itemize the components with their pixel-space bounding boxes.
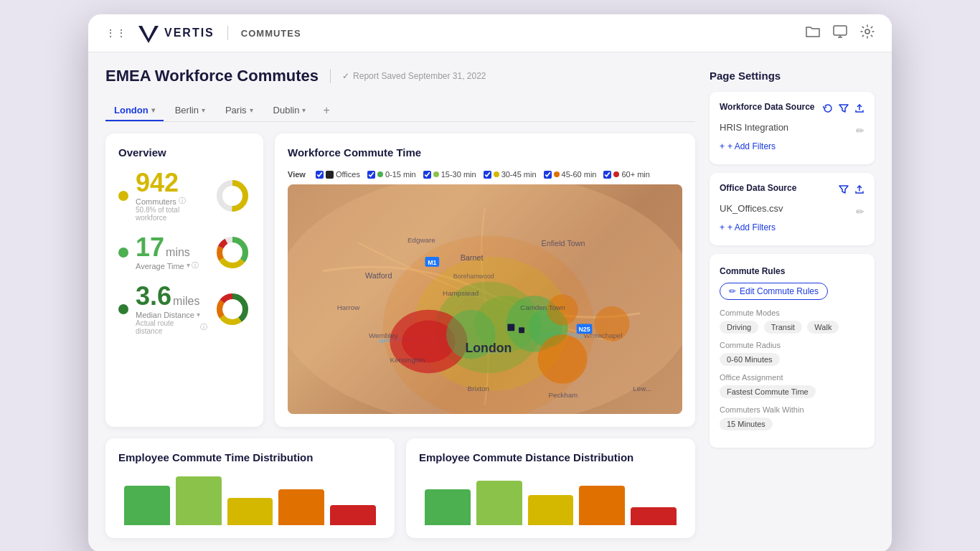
- svg-rect-46: [507, 324, 514, 331]
- offices-box-icon: [326, 171, 334, 179]
- legend-dot-60plus: [613, 171, 619, 177]
- tab-add-button[interactable]: +: [317, 100, 335, 121]
- legend-offices-checkbox[interactable]: [316, 171, 324, 179]
- metric-commuters-main: 942 Commuters ⓘ 50.8% of total workforce: [136, 170, 207, 222]
- office-source-row: UK_Offices.csv ✏: [720, 203, 864, 220]
- metric-dot-distance: [118, 304, 128, 314]
- distance-info-icon: ⓘ: [200, 322, 207, 332]
- filter-icon-office[interactable]: [839, 184, 849, 197]
- refresh-icon[interactable]: [823, 103, 833, 116]
- commuters-value: 942: [136, 170, 179, 196]
- radius-label: Commute Radius: [720, 341, 864, 349]
- metric-distance: 3.6 miles Median Distance ▾ Actual route…: [118, 283, 250, 335]
- svg-rect-47: [519, 327, 524, 333]
- map-svg: London Watford Barnet Enfield Town Harro…: [288, 184, 682, 414]
- workforce-source-label: Workforce Data Source: [720, 102, 815, 112]
- page-header: EMEA Workforce Commutes ✓ Report Saved S…: [105, 67, 695, 85]
- map-card: Workforce Commute Time View Offices 0-1: [275, 133, 695, 427]
- workforce-source-header: Workforce Data Source: [720, 102, 864, 116]
- legend-15-30: 15-30 min: [423, 170, 476, 179]
- svg-text:Brixton: Brixton: [467, 385, 489, 392]
- distance-distribution-card: Employee Commute Distance Distribution: [406, 438, 695, 538]
- legend-45-60-label: 45-60 min: [562, 170, 597, 179]
- saved-text: Report Saved September 31, 2022: [353, 71, 486, 81]
- svg-text:N25: N25: [578, 326, 590, 333]
- grid-icon[interactable]: ⋮⋮: [105, 27, 127, 39]
- legend-60plus-checkbox[interactable]: [603, 171, 611, 179]
- tabs-row: London ▾ Berlin ▾ Paris ▾ Dublin ▾ +: [105, 100, 695, 122]
- svg-rect-2: [834, 26, 847, 35]
- modes-tags: Driving Transit Walk: [720, 319, 864, 335]
- tab-berlin-label: Berlin: [175, 105, 199, 116]
- overview-title: Overview: [118, 146, 250, 159]
- svg-text:London: London: [466, 341, 512, 355]
- dist-bar-3: [528, 495, 574, 525]
- commuters-sub: 50.8% of total workforce: [136, 206, 207, 222]
- legend-dot-0-15: [377, 171, 383, 177]
- office-source-label: Office Data Source: [720, 183, 796, 193]
- monitor-icon[interactable]: [833, 25, 847, 42]
- mode-walk: Walk: [807, 321, 839, 334]
- office-source-icons: [839, 184, 864, 197]
- overview-card: Overview 942 Commuters ⓘ 50.8: [105, 133, 263, 427]
- assignment-label: Office Assignment: [720, 373, 864, 382]
- filter-icon[interactable]: [839, 103, 849, 116]
- upload-icon-office[interactable]: [854, 184, 864, 197]
- legend-60plus: 60+ min: [603, 170, 649, 179]
- office-source-section: Office Data Source UK_Offices.csv ✏: [710, 173, 875, 245]
- add-filters-wf-label: + Add Filters: [727, 141, 776, 151]
- map-title: Workforce Commute Time: [288, 146, 682, 159]
- legend-30-45-checkbox[interactable]: [484, 171, 491, 179]
- svg-text:Enfield Town: Enfield Town: [542, 239, 585, 248]
- distance-donut: [215, 291, 250, 327]
- header-icons: [806, 24, 875, 42]
- tab-paris[interactable]: Paris ▾: [217, 100, 262, 121]
- tab-dublin[interactable]: Dublin ▾: [265, 100, 315, 121]
- commute-rules-label: Commute Rules: [720, 266, 785, 276]
- legend-0-15: 0-15 min: [367, 170, 416, 179]
- tab-london[interactable]: London ▾: [105, 100, 164, 121]
- commuters-info-icon: ⓘ: [179, 196, 186, 206]
- legend-60plus-label: 60+ min: [621, 170, 649, 179]
- distance-unit: miles: [173, 295, 199, 308]
- workforce-edit-icon[interactable]: ✏: [856, 125, 864, 136]
- check-icon: ✓: [342, 71, 349, 81]
- legend-45-60-checkbox[interactable]: [544, 171, 552, 179]
- metric-commuters: 942 Commuters ⓘ 50.8% of total workforce: [118, 170, 250, 222]
- assignment-row: Office Assignment Fastest Commute Time: [720, 373, 864, 400]
- svg-text:Hampstead: Hampstead: [443, 289, 479, 297]
- distance-value: 3.6: [136, 283, 171, 309]
- legend-15-30-checkbox[interactable]: [423, 171, 431, 179]
- legend-view-label: View: [288, 170, 306, 179]
- gear-icon[interactable]: [860, 24, 875, 42]
- svg-text:Wembley: Wembley: [369, 331, 398, 339]
- tab-paris-label: Paris: [225, 105, 247, 116]
- svg-text:Peckham: Peckham: [548, 392, 578, 400]
- dist-bar-4: [579, 486, 625, 525]
- legend-offices: Offices: [316, 170, 360, 179]
- bar-15-30: [176, 476, 222, 525]
- upload-icon[interactable]: [854, 103, 864, 116]
- saved-badge: ✓ Report Saved September 31, 2022: [342, 71, 486, 81]
- workforce-add-filters[interactable]: + + Add Filters: [720, 138, 864, 154]
- tab-berlin[interactable]: Berlin ▾: [166, 100, 214, 121]
- logo-icon: [138, 23, 159, 43]
- bottom-charts: Employee Commute Time Distribution Emplo…: [105, 438, 695, 538]
- metric-distance-main: 3.6 miles Median Distance ▾ Actual route…: [136, 283, 207, 335]
- edit-rules-label: Edit Commute Rules: [740, 286, 819, 296]
- folder-icon[interactable]: [806, 25, 820, 42]
- edit-commute-rules-btn-wrapper: ✏ Edit Commute Rules: [720, 283, 864, 300]
- legend-0-15-checkbox[interactable]: [367, 171, 375, 179]
- distance-dropdown-icon: ▾: [197, 311, 200, 319]
- logo-divider: [227, 26, 228, 40]
- map-container[interactable]: London Watford Barnet Enfield Town Harro…: [288, 184, 682, 414]
- edit-commute-rules-button[interactable]: ✏ Edit Commute Rules: [720, 283, 828, 300]
- tab-dublin-chevron: ▾: [302, 106, 306, 114]
- office-edit-icon[interactable]: ✏: [856, 206, 864, 217]
- office-add-filters[interactable]: + + Add Filters: [720, 220, 864, 235]
- office-source-header: Office Data Source: [720, 183, 864, 197]
- mode-transit: Transit: [764, 321, 802, 334]
- distance-label: Median Distance: [136, 311, 194, 319]
- walk-value: 15 Minutes: [720, 418, 773, 430]
- add-filters-office-label: + Add Filters: [727, 222, 776, 232]
